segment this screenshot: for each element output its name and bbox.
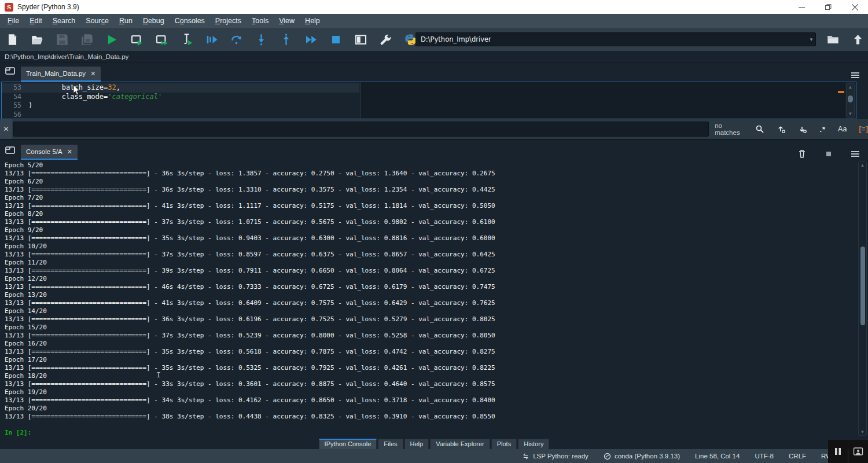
plugin-tab-plots[interactable]: Plots [491, 439, 517, 449]
epoch-header-line: Epoch 14/20 [5, 307, 868, 315]
eol-status: CRLF [789, 453, 806, 460]
run-cell-button[interactable] [124, 29, 149, 50]
find-input[interactable] [13, 122, 709, 137]
title-bar: S Spyder (Python 3.9) [0, 0, 868, 14]
console-output[interactable]: Epoch 5/2013/13 [=======================… [0, 160, 868, 438]
highlight-matches-toggle-icon[interactable]: [=] [859, 125, 868, 133]
browse-tabs-icon[interactable] [5, 67, 15, 78]
menu-consoles[interactable]: Consoles [170, 15, 210, 27]
plugin-tab-bar: IPython ConsoleFilesHelpVariable Explore… [0, 438, 868, 449]
debug-step-over-button[interactable] [224, 29, 249, 50]
continue-icon [305, 34, 317, 46]
run-cell-icon [131, 34, 143, 46]
status-bar: LSP Python: readyconda (Python 3.9.13)Li… [0, 449, 868, 463]
new-file-button[interactable] [0, 29, 25, 50]
epoch-header-line: Epoch 5/20 [5, 161, 868, 170]
console-scrollbar[interactable]: ▲ ▼ [858, 161, 867, 436]
console-scrollbar-thumb[interactable] [860, 247, 865, 325]
console-prompt[interactable]: In [2]: [5, 429, 868, 437]
line-number: 56 [2, 111, 28, 120]
find-close-button[interactable]: ✕ [0, 119, 12, 139]
save-all-button[interactable] [75, 29, 100, 50]
step-into-icon [255, 34, 267, 46]
plugin-tab-help[interactable]: Help [404, 439, 429, 449]
code-editor[interactable]: 53 batch_size=32,54 class_mode='categori… [1, 82, 856, 119]
plugin-tab-files[interactable]: Files [378, 439, 403, 449]
editor-tab-close-icon[interactable]: ✕ [90, 70, 95, 78]
console-options-menu-icon[interactable] [851, 149, 860, 161]
search-icon[interactable] [755, 124, 764, 134]
editor-tab-bar: Train_Main_Data.py ✕ [0, 63, 868, 82]
plugin-tab-variable-explorer[interactable]: Variable Explorer [430, 439, 490, 449]
browse-directory-button[interactable] [821, 29, 845, 50]
debug-stop-button[interactable] [323, 29, 348, 50]
restore-button[interactable] [815, 0, 841, 14]
run-selection-button[interactable] [174, 29, 199, 50]
run-file-button[interactable] [100, 29, 124, 50]
menu-edit[interactable]: Edit [24, 15, 47, 27]
epoch-header-line: Epoch 7/20 [5, 194, 868, 202]
working-directory-input[interactable] [416, 35, 807, 43]
code-line: 55) [2, 101, 856, 111]
console-browse-tabs-icon[interactable] [5, 146, 15, 157]
main-toolbar: ▾ [0, 28, 868, 51]
epoch-progress-line: 13/13 [==============================] -… [5, 234, 868, 242]
menu-tools[interactable]: Tools [247, 15, 274, 27]
open-file-button[interactable] [25, 29, 50, 50]
menu-help[interactable]: Help [300, 15, 325, 27]
menu-run[interactable]: Run [114, 15, 138, 27]
epoch-progress-line: 13/13 [==============================] -… [5, 267, 868, 275]
epoch-progress-line: 13/13 [==============================] -… [5, 332, 868, 340]
code-line: 53 batch_size=32, [2, 83, 856, 93]
epoch-progress-line: 13/13 [==============================] -… [5, 186, 868, 194]
editor-options-menu-icon[interactable] [851, 71, 860, 82]
find-status: no matches [715, 122, 743, 136]
pause-recording-button[interactable] [828, 440, 848, 463]
close-button[interactable] [841, 0, 868, 14]
debug-file-button[interactable] [199, 29, 224, 50]
plugin-tab-ipython-console[interactable]: IPython Console [319, 439, 377, 449]
epoch-header-line: Epoch 10/20 [5, 242, 868, 251]
case-sensitive-toggle-icon[interactable]: Aa [838, 125, 847, 133]
debug-continue-button[interactable] [299, 29, 323, 50]
menu-projects[interactable]: Projects [210, 15, 247, 27]
menu-view[interactable]: View [274, 15, 300, 27]
console-tab[interactable]: Console 5/A ✕ [21, 145, 78, 160]
parent-directory-button[interactable] [845, 29, 868, 50]
menu-source[interactable]: Source [80, 15, 114, 27]
debug-step-out-button[interactable] [274, 29, 299, 50]
interrupt-kernel-icon[interactable] [824, 149, 833, 161]
menu-search[interactable]: Search [47, 15, 81, 27]
console-tab-close-icon[interactable]: ✕ [67, 148, 72, 156]
webcam-toggle-button[interactable] [848, 440, 868, 463]
find-next-icon[interactable] [798, 124, 807, 134]
find-bar: ✕ no matches .*Aa[=] [0, 119, 868, 139]
epoch-progress-line: 13/13 [==============================] -… [5, 396, 868, 405]
menu-debug[interactable]: Debug [138, 15, 170, 27]
epoch-progress-line: 13/13 [==============================] -… [5, 170, 868, 178]
editor-scrollbar[interactable]: ▲ ▼ [846, 83, 855, 117]
save-button[interactable] [50, 29, 75, 50]
regex-toggle-icon[interactable]: .* [819, 125, 826, 134]
breadcrumb: D:\Python_Imp\driver\Train_Main_Data.py [0, 51, 868, 63]
find-previous-icon[interactable] [777, 124, 786, 134]
recorder-overlay [828, 440, 868, 463]
plugin-tab-history[interactable]: History [518, 439, 549, 449]
run-cell-advance-button[interactable] [149, 29, 174, 50]
epoch-header-line: Epoch 18/20 [5, 372, 868, 380]
menu-file[interactable]: File [2, 15, 24, 27]
working-directory-dropdown-icon[interactable]: ▾ [807, 36, 815, 42]
editor-scrollbar-thumb[interactable] [848, 95, 853, 102]
debug-file-icon [205, 34, 218, 46]
epoch-progress-line: 13/13 [==============================] -… [5, 251, 868, 259]
encoding: UTF-8 [755, 453, 774, 460]
editor-tab[interactable]: Train_Main_Data.py ✕ [21, 67, 101, 82]
debug-step-into-button[interactable] [249, 29, 274, 50]
epoch-progress-line: 13/13 [==============================] -… [5, 218, 868, 226]
maximize-pane-button[interactable] [348, 29, 373, 50]
preferences-button[interactable] [373, 29, 398, 50]
remove-variables-icon[interactable] [797, 149, 807, 161]
spyder-window: S Spyder (Python 3.9) FileEditSearchSour… [0, 0, 868, 463]
minimize-button[interactable] [788, 0, 815, 14]
epoch-progress-line: 13/13 [==============================] -… [5, 413, 868, 421]
